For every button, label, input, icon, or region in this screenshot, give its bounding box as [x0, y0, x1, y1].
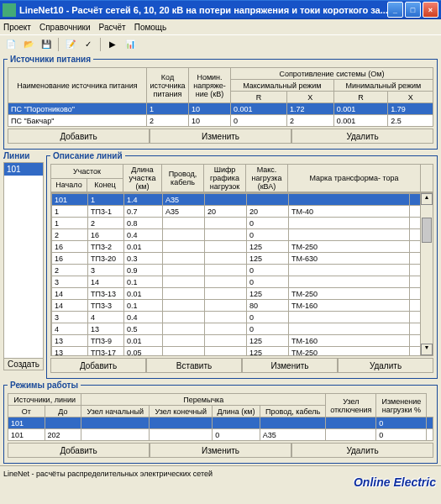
lines-delete-button[interactable]: Удалить — [338, 358, 433, 373]
scroll-thumb[interactable] — [422, 218, 432, 243]
status-text: LineNet - расчёты распределительных элек… — [3, 470, 213, 478]
modes-group: Режимы работы Источники, линии Перемычка… — [3, 381, 438, 464]
table-row[interactable]: 1012020А350 — [8, 429, 433, 441]
menu-calc[interactable]: Расчёт — [99, 23, 126, 32]
check-icon[interactable]: ✓ — [81, 37, 96, 52]
menu-help[interactable]: Помощь — [134, 23, 167, 32]
lines-legend: Описание линий — [50, 151, 125, 160]
app-icon — [3, 3, 16, 17]
col-rmax: R — [231, 92, 287, 103]
scrollbar[interactable]: ▲ ▼ — [420, 193, 433, 355]
lines-sidebar[interactable]: 101 Создать — [3, 162, 44, 370]
table-row[interactable]: ПС "Поротниково"1100.0011.720.0011.79 — [8, 103, 433, 115]
col-nom: Номин. напряже- ние (кВ) — [189, 68, 231, 103]
table-row[interactable]: 13ТП3-170.05125ТМ-250 — [52, 347, 433, 357]
sources-add-button[interactable]: Добавить — [8, 129, 150, 144]
close-button[interactable]: × — [423, 2, 438, 18]
save-icon[interactable]: 💾 — [39, 37, 54, 52]
table-row[interactable]: 14ТП3-130.01125ТМ-250 — [52, 288, 433, 300]
minimize-button[interactable]: _ — [387, 2, 403, 18]
col-code: Шифр графика нагрузок — [204, 165, 246, 192]
table-row[interactable]: 1ТП3-10.7А352020ТМ-40 — [52, 206, 433, 218]
col-res: Сопротивление системы (Ом) — [231, 68, 433, 80]
col-jumper: Перемычка — [81, 394, 326, 406]
sources-table[interactable]: Наименование источника питания Код источ… — [8, 67, 433, 127]
edit-icon[interactable]: 📝 — [63, 37, 78, 52]
col-n2: Узел конечный — [150, 406, 213, 417]
table-row[interactable]: 4130.50 — [52, 323, 433, 335]
col-rmin: R — [333, 92, 388, 103]
watermark: Online Electric — [354, 475, 436, 489]
table-row[interactable]: 10111.4А35 — [52, 194, 433, 206]
menu-refs[interactable]: Справочники — [39, 23, 91, 32]
modes-edit-button[interactable]: Изменить — [150, 443, 291, 458]
lines-edit-button[interactable]: Изменить — [242, 358, 338, 373]
table-row[interactable]: 3140.10 — [52, 276, 433, 288]
col-off: Узел отключения — [326, 394, 376, 417]
lines-add-button[interactable]: Добавить — [50, 358, 146, 373]
col-max: Максимальный режим — [231, 80, 334, 92]
sources-delete-button[interactable]: Удалить — [291, 129, 433, 144]
lines-side-label: Линии — [3, 151, 44, 160]
col-start: Начало — [51, 178, 87, 192]
col-name: Наименование источника питания — [8, 68, 147, 103]
sources-group: Источники питания Наименование источника… — [3, 55, 438, 150]
table-row[interactable]: 2160.40 — [52, 229, 433, 241]
table-row[interactable]: 14ТП3-30.180ТМ-160 — [52, 300, 433, 312]
modes-delete-button[interactable]: Удалить — [291, 443, 433, 458]
table-row[interactable]: ПС "Бакчар"210020.0012.5 — [8, 115, 433, 127]
toolbar: 📄 📂 💾 📝 ✓ ▶ 📊 — [0, 34, 441, 53]
table-row[interactable]: 16ТП3-200.3125ТМ-630 — [52, 253, 433, 265]
col-xmin: X — [388, 92, 433, 103]
lines-table[interactable]: 10111.4А351ТП3-10.7А352020ТМ-40120.80216… — [51, 193, 433, 356]
scroll-down-icon[interactable]: ▼ — [421, 344, 433, 355]
table-row[interactable]: 1010 — [8, 417, 433, 429]
table-row[interactable]: 230.90 — [52, 265, 433, 276]
col-sect: Участок — [51, 165, 123, 179]
sources-edit-button[interactable]: Изменить — [150, 129, 291, 144]
table-row[interactable]: 16ТП3-20.01125ТМ-250 — [52, 241, 433, 253]
maximize-button[interactable]: □ — [405, 2, 421, 18]
table-row[interactable]: 120.80 — [52, 218, 433, 229]
sources-legend: Источники питания — [8, 55, 93, 64]
table-row[interactable]: 13ТП3-90.01125ТМ-160 — [52, 335, 433, 347]
col-wire: Провод, кабель — [162, 165, 204, 192]
col-len: Длина участка (км) — [123, 165, 162, 192]
menubar: Проект Справочники Расчёт Помощь — [0, 19, 441, 34]
table-row[interactable]: 340.40 — [52, 312, 433, 323]
lines-header-table: Участок Длина участка (км) Провод, кабел… — [50, 164, 433, 192]
lines-group: Описание линий Участок Длина участка (км… — [46, 151, 438, 379]
col-xmax: X — [287, 92, 334, 103]
report-icon[interactable]: 📊 — [123, 37, 138, 52]
col-mwire: Провод, кабель — [260, 406, 326, 417]
col-chg: Изменение нагрузки % — [376, 394, 427, 417]
col-trans: Марка трансформа- тора — [288, 165, 421, 192]
lines-insert-button[interactable]: Вставить — [146, 358, 242, 373]
window-title: LineNet10 - Расчёт сетей 6, 10, 20 кВ на… — [19, 5, 387, 15]
col-min: Минимальный режим — [333, 80, 433, 92]
col-from: От — [8, 406, 45, 417]
col-code: Код источника питания — [147, 68, 189, 103]
modes-legend: Режимы работы — [8, 381, 81, 390]
col-load: Макс. нагрузка (кВА) — [246, 165, 288, 192]
col-mlen: Длина (км) — [213, 406, 260, 417]
menu-project[interactable]: Проект — [3, 23, 31, 32]
col-end: Конец — [87, 178, 123, 192]
create-button[interactable]: Создать — [4, 358, 43, 370]
scroll-up-icon[interactable]: ▲ — [421, 193, 433, 205]
titlebar: LineNet10 - Расчёт сетей 6, 10, 20 кВ на… — [0, 0, 441, 19]
open-icon[interactable]: 📂 — [21, 37, 36, 52]
col-n1: Узел начальный — [81, 406, 150, 417]
col-to: До — [45, 406, 81, 417]
modes-add-button[interactable]: Добавить — [8, 443, 150, 458]
modes-table[interactable]: Источники, линии Перемычка Узел отключен… — [8, 393, 433, 441]
sidebar-item-101[interactable]: 101 — [4, 163, 43, 176]
col-src: Источники, линии — [8, 394, 81, 406]
new-icon[interactable]: 📄 — [3, 37, 18, 52]
run-icon[interactable]: ▶ — [105, 37, 120, 52]
